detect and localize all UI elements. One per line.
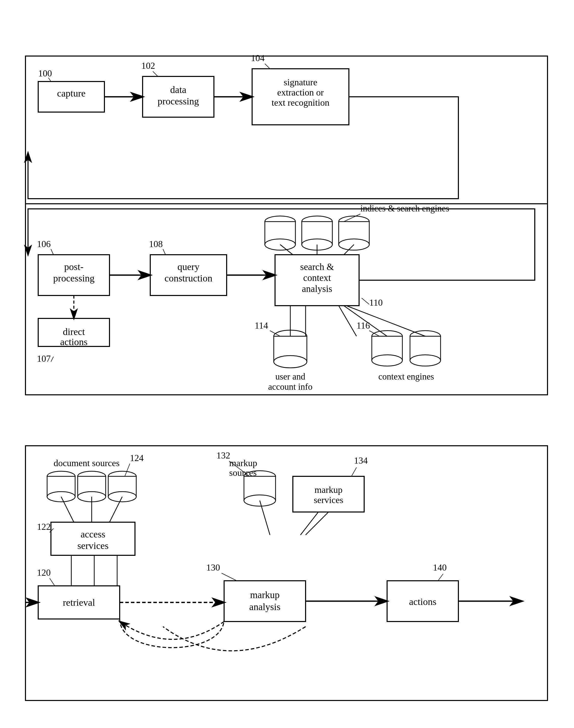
svg-line-29 xyxy=(51,357,53,362)
svg-text:actions: actions xyxy=(409,596,437,607)
svg-text:116: 116 xyxy=(357,320,370,331)
svg-line-42 xyxy=(362,298,369,305)
svg-text:140: 140 xyxy=(433,562,447,573)
svg-text:markup: markup xyxy=(229,458,257,468)
svg-text:services: services xyxy=(77,540,109,551)
svg-text:122: 122 xyxy=(37,522,51,532)
svg-text:extraction or: extraction or xyxy=(277,87,324,97)
svg-point-68 xyxy=(372,355,402,366)
svg-text:user and: user and xyxy=(275,372,305,381)
svg-text:markup: markup xyxy=(315,485,342,495)
svg-text:processing: processing xyxy=(158,96,199,107)
svg-text:account info: account info xyxy=(268,382,313,392)
svg-text:data: data xyxy=(170,84,186,95)
svg-text:retrieval: retrieval xyxy=(63,597,95,608)
svg-text:106: 106 xyxy=(37,239,51,249)
svg-text:search &: search & xyxy=(300,261,334,272)
svg-line-119 xyxy=(352,468,357,476)
svg-text:document sources: document sources xyxy=(54,458,120,468)
svg-line-132 xyxy=(438,574,443,581)
svg-text:actions: actions xyxy=(60,336,88,347)
svg-point-71 xyxy=(410,355,441,366)
svg-rect-123 xyxy=(224,581,305,621)
svg-text:107: 107 xyxy=(37,354,51,364)
svg-text:analysis: analysis xyxy=(302,284,332,294)
svg-text:capture: capture xyxy=(57,88,86,98)
svg-line-23 xyxy=(51,249,53,255)
svg-text:108: 108 xyxy=(149,239,163,249)
svg-text:text recognition: text recognition xyxy=(272,97,330,108)
main-diagram-svg: capture data processing signature extrac… xyxy=(0,0,574,728)
svg-text:access: access xyxy=(80,529,105,539)
svg-text:sources: sources xyxy=(229,468,257,478)
svg-text:102: 102 xyxy=(141,60,155,71)
svg-text:construction: construction xyxy=(165,273,212,284)
svg-text:120: 120 xyxy=(37,568,51,578)
svg-text:110: 110 xyxy=(369,297,383,308)
svg-line-15 xyxy=(153,71,158,76)
svg-line-75 xyxy=(339,306,357,336)
svg-text:direct: direct xyxy=(63,326,85,337)
svg-text:services: services xyxy=(314,495,343,505)
svg-text:132: 132 xyxy=(216,450,230,460)
svg-text:processing: processing xyxy=(53,273,95,284)
diagram-container: capture data processing signature extrac… xyxy=(0,0,574,728)
svg-text:query: query xyxy=(177,261,200,272)
svg-text:100: 100 xyxy=(38,68,52,78)
svg-text:analysis: analysis xyxy=(249,601,280,612)
svg-text:124: 124 xyxy=(130,453,144,463)
svg-text:104: 104 xyxy=(251,53,264,63)
svg-line-76 xyxy=(344,306,387,336)
svg-text:markup: markup xyxy=(250,590,280,600)
svg-text:signature: signature xyxy=(284,77,317,87)
svg-line-105 xyxy=(50,578,55,586)
svg-text:130: 130 xyxy=(206,562,220,573)
svg-line-127 xyxy=(221,573,237,581)
svg-line-17 xyxy=(265,64,270,69)
svg-text:post-: post- xyxy=(64,261,84,272)
svg-text:context: context xyxy=(303,273,331,283)
svg-text:context engines: context engines xyxy=(378,372,434,381)
svg-line-35 xyxy=(163,249,166,255)
svg-text:134: 134 xyxy=(354,455,368,466)
svg-text:114: 114 xyxy=(255,320,268,331)
svg-point-59 xyxy=(274,356,307,368)
